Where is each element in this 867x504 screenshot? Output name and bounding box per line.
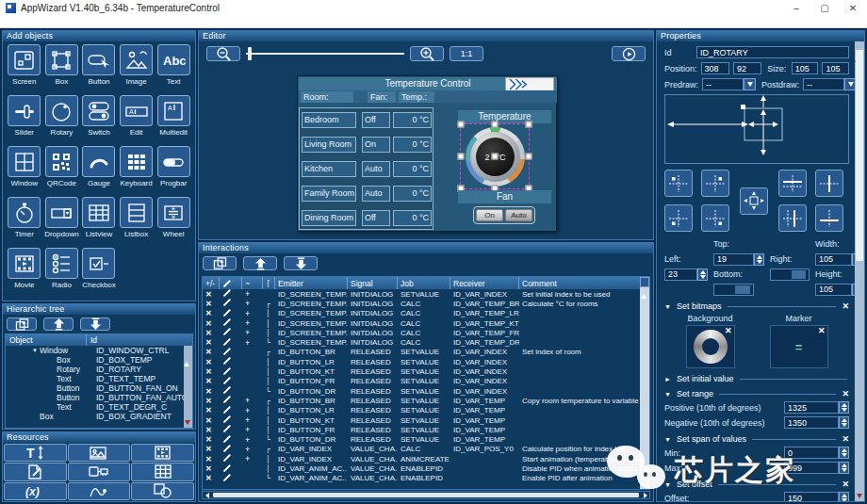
interaction-row[interactable]: ✕ ┌ ID_VAR_INDEX VALUE_CHA.. CALC ID_VAR… bbox=[203, 445, 649, 454]
selection-handle[interactable] bbox=[526, 122, 532, 128]
palette-item-movie[interactable]: Movie bbox=[6, 248, 43, 299]
design-canvas[interactable]: Temperature Control SEGGER Room: Fan: Te… bbox=[297, 75, 557, 232]
move-interaction-up-button[interactable] bbox=[243, 256, 277, 270]
anchor-stretch-bottom-button[interactable] bbox=[815, 204, 843, 232]
positive-spinner[interactable] bbox=[839, 401, 849, 414]
hardware-resource-button[interactable] bbox=[68, 463, 131, 480]
zoom-out-button[interactable] bbox=[206, 46, 240, 61]
left-spinner[interactable] bbox=[697, 268, 708, 281]
remove-bitmap-icon[interactable]: ✕ bbox=[725, 326, 732, 335]
palette-item-button[interactable]: Button bbox=[80, 44, 118, 95]
delete-icon[interactable]: ✕ bbox=[205, 416, 212, 425]
anchor-stretch-vertical-button[interactable] bbox=[815, 170, 843, 197]
min-field[interactable]: 0 bbox=[784, 447, 839, 459]
room-row[interactable]: Living Room On 0 °C bbox=[300, 133, 433, 157]
tree-row[interactable]: Rotary ID_ROTARY bbox=[6, 365, 184, 374]
scroll-up-icon[interactable] bbox=[641, 278, 646, 299]
scroll-thumb[interactable] bbox=[856, 50, 863, 261]
col-plus-minus[interactable]: +/- bbox=[203, 277, 220, 289]
minimize-button[interactable]: – bbox=[782, 0, 810, 16]
edit-icon[interactable] bbox=[222, 473, 232, 481]
max-spinner[interactable] bbox=[839, 462, 849, 474]
palette-item-radio[interactable]: Radio bbox=[43, 248, 81, 299]
movies-resource-button[interactable] bbox=[131, 444, 194, 462]
selection-handle[interactable] bbox=[526, 154, 532, 160]
top-spinner[interactable] bbox=[754, 253, 764, 266]
tree-row[interactable]: Box ID_BOX_TEMP bbox=[6, 355, 184, 365]
anchor-stretch-top-button[interactable] bbox=[778, 170, 807, 197]
expander-icon[interactable]: ▼ bbox=[30, 348, 40, 353]
section-close-icon[interactable]: ✕ bbox=[842, 301, 849, 311]
room-row[interactable]: Bedroom Off 0 °C bbox=[300, 108, 433, 133]
condition-icon[interactable] bbox=[242, 318, 263, 328]
fan-auto-button[interactable]: Auto bbox=[505, 209, 532, 221]
height-spinner[interactable] bbox=[852, 284, 855, 296]
duplicate-button[interactable] bbox=[7, 317, 37, 331]
negative-spinner[interactable] bbox=[839, 416, 849, 429]
condition-icon[interactable] bbox=[242, 289, 263, 299]
condition-icon[interactable] bbox=[242, 435, 263, 445]
palette-item-rotary[interactable]: Rotary bbox=[43, 95, 81, 146]
zoom-slider[interactable] bbox=[246, 46, 404, 61]
edit-icon[interactable] bbox=[222, 396, 232, 404]
interactions-vscrollbar[interactable] bbox=[640, 277, 649, 489]
edit-icon[interactable] bbox=[222, 308, 232, 317]
max-field[interactable]: 999 bbox=[784, 462, 839, 474]
col-comment[interactable]: Comment bbox=[519, 277, 649, 289]
section-close-icon[interactable]: ✕ bbox=[842, 434, 849, 444]
condition-icon[interactable] bbox=[242, 309, 263, 318]
selection-handle[interactable] bbox=[492, 122, 499, 128]
move-up-button[interactable] bbox=[43, 317, 74, 331]
id-field[interactable]: ID_ROTARY bbox=[696, 46, 849, 58]
delete-icon[interactable]: ✕ bbox=[205, 406, 212, 415]
scroll-up-icon[interactable] bbox=[184, 346, 189, 366]
anchor-stretch-middle-button[interactable] bbox=[778, 204, 807, 232]
edit-icon[interactable] bbox=[222, 415, 232, 424]
palette-item-window[interactable]: Window bbox=[6, 146, 43, 197]
section-expander-icon[interactable]: ▼ bbox=[664, 391, 673, 398]
col-condition[interactable]: ~ bbox=[242, 277, 263, 289]
right-field[interactable] bbox=[770, 268, 810, 281]
move-interaction-down-button[interactable] bbox=[284, 256, 318, 270]
col-group[interactable]: [ bbox=[263, 277, 275, 289]
texts-resource-button[interactable] bbox=[4, 463, 67, 480]
variables-resource-button[interactable]: (x) bbox=[4, 482, 67, 500]
tree-row[interactable]: Button ID_BUTTON_FAN_ON bbox=[6, 383, 184, 393]
chevron-down-icon[interactable] bbox=[844, 78, 855, 90]
tables-resource-button[interactable] bbox=[131, 463, 194, 480]
tree-row[interactable]: Text ID_TEXT_DEGR_C bbox=[6, 402, 184, 412]
size-h-field[interactable]: 105 bbox=[822, 62, 849, 74]
interaction-row[interactable]: ✕ │ ID_VAR_INDEX VALUE_CHA.. ANIMCREATE … bbox=[203, 454, 649, 463]
interaction-row[interactable]: ✕ ┌ ID_BUTTON_BR RELEASED SETVALUE ID_VA… bbox=[203, 348, 649, 357]
anchor-top-left-button[interactable] bbox=[664, 170, 693, 197]
palette-item-listbox[interactable]: Listbox bbox=[118, 197, 155, 248]
edit-icon[interactable] bbox=[222, 318, 232, 327]
selection-center-handle[interactable] bbox=[492, 154, 499, 160]
zoom-in-button[interactable] bbox=[410, 46, 444, 61]
duplicate-interaction-button[interactable] bbox=[203, 256, 237, 270]
edit-icon[interactable] bbox=[222, 425, 232, 433]
condition-icon[interactable] bbox=[242, 406, 263, 415]
anchor-top-right-button[interactable] bbox=[701, 170, 729, 197]
move-down-button[interactable] bbox=[80, 317, 110, 331]
palette-item-checkbox[interactable]: Checkbox bbox=[80, 248, 118, 299]
interaction-row[interactable]: ✕ │ ID_BUTTON_FR RELEASED SETVALUE ID_VA… bbox=[203, 377, 649, 386]
images-resource-button[interactable] bbox=[68, 444, 131, 462]
palette-item-listview[interactable]: Listview bbox=[80, 197, 118, 248]
zoom-slider-handle[interactable] bbox=[248, 47, 252, 60]
palette-item-keyboard[interactable]: Keyboard bbox=[118, 146, 155, 197]
condition-icon[interactable] bbox=[242, 425, 263, 434]
col-emitter[interactable]: Emitter bbox=[275, 277, 348, 289]
room-name-button[interactable]: Bedroom bbox=[302, 112, 356, 128]
section-expander-icon[interactable]: ▼ bbox=[664, 481, 673, 488]
animations-resource-button[interactable] bbox=[68, 482, 131, 500]
edit-icon[interactable] bbox=[222, 289, 232, 298]
delete-icon[interactable]: ✕ bbox=[205, 445, 212, 453]
interactions-hscrollbar[interactable] bbox=[202, 491, 650, 499]
tree-row[interactable]: ▼ Window ID_WINDOW_CTRL bbox=[6, 346, 184, 355]
negative-field[interactable]: 1350 bbox=[784, 416, 839, 429]
edit-icon[interactable] bbox=[222, 386, 232, 395]
delete-icon[interactable]: ✕ bbox=[205, 387, 212, 396]
section-expander-icon[interactable]: ▼ bbox=[664, 303, 673, 310]
condition-icon[interactable] bbox=[242, 396, 263, 405]
